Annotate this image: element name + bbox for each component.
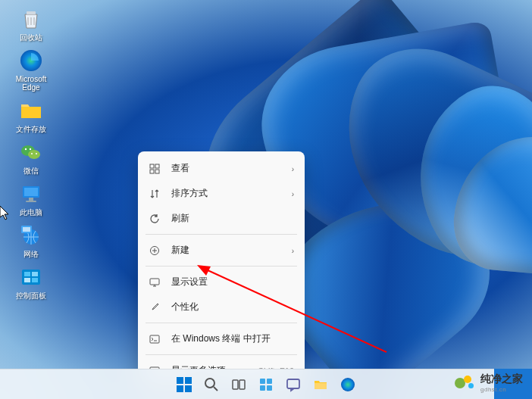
menu-item-terminal[interactable]: 在 Windows 终端 中打开 (138, 326, 305, 351)
watermark-logo-icon (455, 376, 476, 391)
menu-label: 刷新 (171, 212, 271, 225)
watermark-url: gdhst.cn (480, 386, 523, 393)
taskbar-explorer-button[interactable] (308, 373, 333, 397)
svg-point-4 (25, 148, 27, 150)
svg-rect-41 (267, 385, 272, 391)
brush-icon (149, 301, 161, 313)
desktop-icon-this-pc[interactable]: 此电脑 (8, 181, 55, 217)
svg-point-44 (341, 378, 355, 391)
desktop-icon-edge[interactable]: Microsoft Edge (8, 48, 55, 92)
desktop-icon-label: 回收站 (20, 33, 42, 42)
svg-rect-19 (32, 278, 38, 282)
svg-rect-37 (239, 380, 245, 389)
svg-rect-42 (287, 379, 299, 388)
taskbar-search-button[interactable] (199, 373, 224, 397)
svg-rect-40 (260, 385, 265, 391)
desktop-icon-label: 文件存放 (16, 125, 46, 133)
menu-label: 个性化 (171, 301, 271, 313)
taskbar-widgets-button[interactable] (254, 373, 278, 397)
svg-rect-14 (23, 227, 30, 232)
this-pc-icon (18, 181, 44, 207)
watermark-brand: 纯净之家 (480, 373, 523, 386)
svg-rect-9 (24, 188, 38, 196)
refresh-icon (149, 213, 161, 225)
desktop-context-menu: 查看 › 排序方式 › 刷新 新建 › 显示设置 个性化 (138, 151, 305, 388)
taskbar (0, 369, 532, 399)
wechat-icon (18, 139, 44, 165)
menu-divider (146, 323, 297, 323)
view-grid-icon (149, 163, 161, 175)
taskbar-start-button[interactable] (172, 373, 196, 397)
menu-item-sort[interactable]: 排序方式 › (138, 181, 305, 206)
desktop[interactable]: 回收站 Microsoft Edge 文件存放 微信 此电脑 (0, 0, 532, 399)
menu-divider (146, 234, 297, 235)
svg-rect-21 (155, 164, 159, 168)
svg-rect-36 (233, 380, 238, 389)
svg-rect-17 (32, 272, 38, 276)
menu-label: 新建 (171, 244, 271, 257)
sort-icon (149, 188, 161, 200)
desktop-icon-label: 网络 (23, 250, 39, 258)
desktop-icon-label: 此电脑 (20, 208, 42, 217)
svg-rect-26 (150, 335, 159, 343)
watermark: 纯净之家 gdhst.cn (455, 373, 523, 393)
control-panel-icon (18, 264, 44, 290)
svg-rect-30 (177, 377, 183, 384)
menu-label: 显示设置 (171, 276, 271, 288)
svg-rect-0 (27, 11, 36, 14)
svg-point-34 (205, 379, 214, 388)
plus-icon (149, 245, 161, 257)
menu-label: 在 Windows 终端 中打开 (171, 332, 271, 345)
svg-rect-20 (150, 164, 154, 168)
terminal-icon (149, 333, 161, 345)
chevron-right-icon: › (292, 164, 294, 173)
svg-rect-32 (177, 385, 183, 392)
desktop-icon-label: 控制面板 (16, 291, 46, 300)
menu-divider (146, 354, 297, 355)
svg-rect-10 (29, 198, 33, 201)
desktop-icon-label: 微信 (23, 167, 39, 175)
svg-rect-23 (155, 170, 159, 173)
menu-label: 排序方式 (171, 187, 271, 200)
svg-rect-31 (185, 377, 192, 384)
svg-rect-39 (267, 379, 272, 384)
svg-point-3 (28, 150, 40, 159)
recycle-bin-icon (18, 6, 44, 32)
menu-item-display-settings[interactable]: 显示设置 (138, 270, 305, 295)
menu-item-personalize[interactable]: 个性化 (138, 295, 305, 320)
desktop-icon-control-panel[interactable]: 控制面板 (8, 264, 55, 300)
chevron-right-icon: › (292, 189, 294, 198)
menu-item-new[interactable]: 新建 › (138, 238, 305, 263)
svg-rect-25 (150, 279, 159, 285)
taskbar-chat-button[interactable] (281, 373, 305, 397)
svg-rect-18 (24, 278, 30, 282)
svg-point-5 (30, 148, 31, 150)
desktop-icons-column: 回收站 Microsoft Edge 文件存放 微信 此电脑 (8, 6, 55, 300)
taskbar-edge-button[interactable] (336, 373, 360, 397)
desktop-icon-wechat[interactable]: 微信 (8, 139, 55, 175)
svg-line-35 (214, 387, 217, 391)
menu-divider (146, 266, 297, 267)
edge-icon (18, 48, 44, 73)
svg-point-6 (31, 153, 33, 154)
desktop-icon-network[interactable]: 网络 (8, 223, 55, 258)
svg-rect-43 (315, 383, 327, 389)
svg-rect-16 (24, 272, 30, 276)
folder-icon (18, 98, 44, 123)
network-icon (18, 223, 44, 248)
chevron-right-icon: › (292, 246, 294, 254)
svg-rect-22 (150, 170, 154, 173)
desktop-icon-label: Microsoft Edge (8, 75, 55, 92)
taskbar-taskview-button[interactable] (227, 373, 251, 397)
menu-item-refresh[interactable]: 刷新 (138, 206, 305, 231)
menu-label: 查看 (171, 162, 271, 175)
svg-rect-38 (260, 379, 265, 384)
menu-item-view[interactable]: 查看 › (138, 156, 305, 181)
svg-rect-11 (26, 201, 36, 202)
display-icon (149, 276, 161, 288)
svg-rect-33 (185, 385, 192, 392)
desktop-icon-recycle-bin[interactable]: 回收站 (8, 6, 55, 42)
svg-point-7 (36, 153, 37, 154)
desktop-icon-folder[interactable]: 文件存放 (8, 98, 55, 133)
